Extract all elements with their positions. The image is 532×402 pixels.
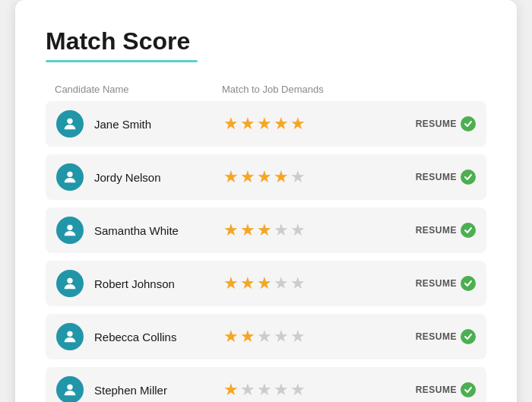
column-headers: Candidate Name Match to Job Demands <box>46 84 486 101</box>
table-row[interactable]: Stephen Miller★★★★★RESUME <box>46 367 486 402</box>
svg-point-4 <box>67 331 72 337</box>
star-filled-icon: ★ <box>240 167 255 187</box>
star-filled-icon: ★ <box>240 114 255 134</box>
star-filled-icon: ★ <box>223 114 239 134</box>
avatar <box>56 323 84 350</box>
checkmark-icon <box>461 116 476 131</box>
resume-label: RESUME <box>416 385 457 395</box>
star-empty-icon: ★ <box>257 327 272 347</box>
table-row[interactable]: Robert Johnson★★★★★RESUME <box>46 261 486 306</box>
star-empty-icon: ★ <box>274 327 289 347</box>
star-filled-icon: ★ <box>257 274 272 293</box>
candidate-name: Jordy Nelson <box>94 171 223 184</box>
resume-badge[interactable]: RESUME <box>416 169 476 185</box>
star-empty-icon: ★ <box>290 220 306 240</box>
avatar <box>56 376 84 402</box>
table-row[interactable]: Samantha White★★★★★RESUME <box>46 207 486 253</box>
star-empty-icon: ★ <box>290 380 306 400</box>
star-filled-icon: ★ <box>257 167 272 187</box>
resume-label: RESUME <box>416 172 457 182</box>
page-title: Match Score <box>46 27 486 55</box>
star-empty-icon: ★ <box>274 380 289 400</box>
resume-label: RESUME <box>416 119 457 129</box>
table-row[interactable]: Jane Smith★★★★★RESUME <box>46 101 486 147</box>
star-empty-icon: ★ <box>257 380 272 400</box>
avatar <box>56 270 84 297</box>
star-filled-icon: ★ <box>240 220 255 240</box>
col-header-name: Candidate Name <box>55 84 222 95</box>
svg-point-2 <box>67 225 72 230</box>
title-underline <box>46 60 198 62</box>
svg-point-1 <box>67 172 72 177</box>
star-filled-icon: ★ <box>274 114 289 134</box>
match-score-card: Match Score Candidate Name Match to Job … <box>15 0 517 402</box>
resume-badge[interactable]: RESUME <box>416 116 476 131</box>
star-rating: ★★★★★ <box>223 274 416 293</box>
resume-badge[interactable]: RESUME <box>416 223 476 238</box>
avatar <box>56 110 84 138</box>
resume-label: RESUME <box>416 331 457 342</box>
star-filled-icon: ★ <box>223 220 239 240</box>
star-empty-icon: ★ <box>290 274 306 293</box>
star-rating: ★★★★★ <box>223 167 416 187</box>
resume-label: RESUME <box>416 225 457 236</box>
avatar <box>56 163 84 191</box>
candidates-list: Jane Smith★★★★★RESUME Jordy Nelson★★★★★R… <box>46 101 486 402</box>
candidate-name: Robert Johnson <box>94 277 223 290</box>
avatar <box>56 217 84 244</box>
resume-badge[interactable]: RESUME <box>416 382 476 397</box>
table-row[interactable]: Jordy Nelson★★★★★RESUME <box>46 154 486 200</box>
star-filled-icon: ★ <box>274 167 289 187</box>
star-filled-icon: ★ <box>223 327 239 347</box>
resume-badge[interactable]: RESUME <box>416 329 476 344</box>
checkmark-icon <box>461 329 476 344</box>
candidate-name: Stephen Miller <box>94 384 223 397</box>
star-filled-icon: ★ <box>240 327 255 347</box>
star-filled-icon: ★ <box>290 114 306 134</box>
checkmark-icon <box>461 169 476 185</box>
star-empty-icon: ★ <box>290 167 306 187</box>
candidate-name: Samantha White <box>94 224 223 237</box>
resume-label: RESUME <box>416 278 457 289</box>
checkmark-icon <box>461 276 476 291</box>
star-filled-icon: ★ <box>223 380 239 400</box>
star-filled-icon: ★ <box>240 274 255 293</box>
star-rating: ★★★★★ <box>223 380 416 400</box>
star-empty-icon: ★ <box>274 220 289 240</box>
star-filled-icon: ★ <box>223 274 239 293</box>
table-row[interactable]: Rebecca Collins★★★★★RESUME <box>46 314 486 359</box>
svg-point-3 <box>67 278 72 283</box>
svg-point-0 <box>67 119 72 124</box>
star-empty-icon: ★ <box>274 274 289 293</box>
star-filled-icon: ★ <box>257 220 272 240</box>
star-empty-icon: ★ <box>240 380 255 400</box>
svg-point-5 <box>67 385 72 390</box>
candidate-name: Jane Smith <box>94 118 223 131</box>
checkmark-icon <box>461 382 476 397</box>
checkmark-icon <box>461 223 476 238</box>
star-filled-icon: ★ <box>223 167 239 187</box>
star-empty-icon: ★ <box>290 327 306 347</box>
col-header-match: Match to Job Demands <box>222 84 477 95</box>
star-filled-icon: ★ <box>257 114 272 134</box>
star-rating: ★★★★★ <box>223 220 416 240</box>
star-rating: ★★★★★ <box>223 327 416 347</box>
star-rating: ★★★★★ <box>223 114 416 134</box>
candidate-name: Rebecca Collins <box>94 331 223 343</box>
resume-badge[interactable]: RESUME <box>416 276 476 291</box>
